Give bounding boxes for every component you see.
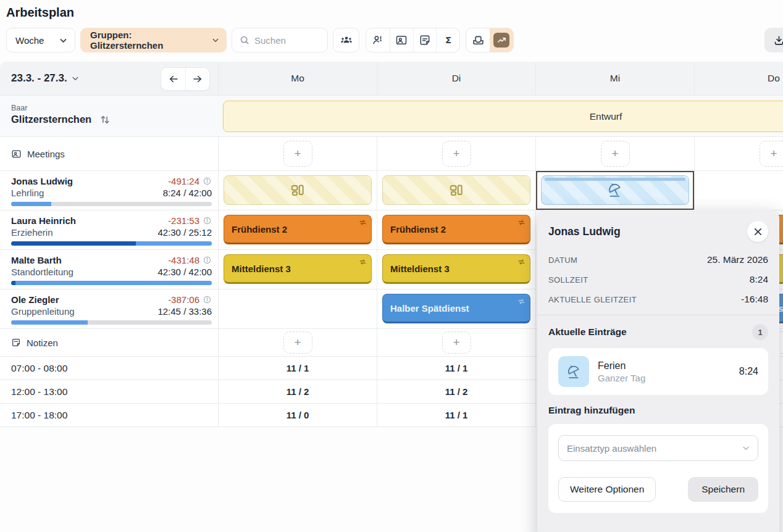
absence-entry[interactable]: [224, 175, 372, 205]
shift-entry[interactable]: Mitteldienst 3: [224, 254, 372, 284]
hours-value: 8:24 / 42:00: [163, 188, 212, 198]
slot-time: 17:00 - 18:00: [0, 404, 218, 426]
chevron-down-icon: [59, 36, 67, 44]
layout-blocks-icon: [290, 182, 306, 198]
person-alert-button[interactable]: [366, 28, 390, 52]
shift-entry[interactable]: Frühdienst 2: [224, 215, 372, 244]
info-icon[interactable]: [203, 295, 212, 304]
group-location: Baar: [11, 104, 218, 112]
person-card-button[interactable]: [390, 28, 413, 52]
current-entry-card[interactable]: Ferien Ganzer Tag 8:24: [548, 348, 768, 395]
hours-value: 42:30 / 42:00: [157, 267, 212, 277]
add-meeting-button-mo[interactable]: +: [283, 141, 312, 167]
beach-umbrella-icon: [606, 181, 624, 199]
meetings-label: Meetings: [27, 149, 65, 159]
add-note-button-di[interactable]: +: [442, 331, 471, 354]
search-input[interactable]: [254, 35, 319, 46]
view-select[interactable]: Woche: [6, 28, 75, 52]
employee-role: Lehrling: [11, 188, 44, 198]
sum-icon: Σ: [442, 34, 454, 46]
print-icon: [472, 34, 485, 47]
day-header-mi: Mi: [535, 62, 694, 95]
slot-value: 11 / 1: [218, 357, 377, 380]
more-options-button[interactable]: Weitere Optionen: [558, 477, 656, 502]
shift-label: Mitteldienst 3: [390, 264, 450, 274]
entry-subtitle: Ganzer Tag: [598, 373, 645, 383]
svg-text:Σ: Σ: [445, 35, 451, 45]
chevron-down-icon[interactable]: [72, 75, 79, 82]
detail-value: 25. März 2026: [707, 254, 768, 265]
close-icon[interactable]: [747, 221, 768, 242]
absence-entry[interactable]: [382, 175, 530, 205]
shift-label: Halber Spätdienst: [390, 303, 469, 314]
current-entries-heading: Aktuelle Einträge: [548, 326, 627, 338]
shift-entry[interactable]: Halber Spätdienst: [382, 294, 530, 323]
trend-up-button[interactable]: [490, 28, 513, 52]
sum-button[interactable]: Σ: [436, 28, 459, 52]
shift-label: Frühdienst 2: [232, 224, 287, 235]
employee-role: Standortleitung: [11, 267, 73, 277]
day-header-do: Do: [694, 62, 783, 95]
add-meeting-button-di[interactable]: +: [442, 141, 471, 167]
page-title: Arbeitsplan: [6, 6, 74, 20]
add-note-button-mo[interactable]: +: [283, 331, 312, 354]
entry-duration: 8:24: [739, 366, 758, 377]
slot-value: 11 / 1: [377, 357, 535, 380]
entry-type-placeholder: Einsatztyp auswählen: [567, 443, 656, 454]
week-nav: [161, 67, 210, 91]
beach-umbrella-icon: [558, 356, 589, 387]
arbeitsplan-app: Arbeitsplan Woche Gruppen: Glitzersternc…: [0, 0, 783, 532]
date-range[interactable]: 23.3. - 27.3.: [11, 72, 67, 85]
employee-name: Laura Heinrich: [11, 215, 76, 226]
balance-value: -491:24: [168, 176, 199, 186]
repeat-icon: [359, 218, 367, 227]
repeat-icon: [359, 258, 367, 266]
employee-name: Jonas Ludwig: [11, 176, 73, 186]
slot-time: 07:00 - 08:00: [0, 357, 218, 380]
info-icon[interactable]: [203, 177, 212, 186]
chevron-down-icon: [212, 36, 219, 44]
team-button[interactable]: [333, 28, 359, 52]
detail-label: DATUM: [548, 256, 577, 265]
next-week-button[interactable]: [185, 68, 209, 90]
slot-value: 11 / 1: [377, 404, 535, 426]
balance-value: -431:48: [168, 255, 199, 265]
hours-progress-bar: [11, 202, 212, 206]
print-button[interactable]: [466, 28, 490, 52]
detail-label: SOLLZEIT: [548, 275, 588, 285]
entry-type-select[interactable]: Einsatztyp auswählen: [558, 435, 758, 461]
repeat-icon: [517, 218, 525, 227]
shift-entry[interactable]: Mitteldienst 3: [382, 254, 530, 284]
draft-banner[interactable]: Entwurf: [223, 101, 783, 132]
group-filter-chip[interactable]: Gruppen: Glitzersternchen: [80, 28, 227, 52]
divider: [537, 315, 779, 315]
day-entry-popup: Jonas Ludwig DATUM 25. März 2026 SOLLZEI…: [537, 210, 779, 532]
view-icon-group: Σ: [366, 28, 460, 52]
detail-value: 8:24: [750, 274, 768, 285]
person-card-icon: [395, 34, 408, 46]
selected-day-cell[interactable]: [535, 171, 694, 210]
employee-name: Malte Barth: [11, 255, 62, 265]
hours-value: 42:30 / 25:12: [157, 227, 212, 238]
shift-label: Mitteldienst 3: [232, 264, 291, 274]
detail-value: -16:48: [741, 294, 768, 305]
popup-title: Jonas Ludwig: [548, 225, 621, 238]
save-button[interactable]: Speichern: [688, 477, 758, 502]
info-icon[interactable]: [203, 256, 212, 265]
add-meeting-button-do[interactable]: +: [760, 141, 783, 167]
sort-icon[interactable]: [100, 114, 110, 125]
group-row: Baar Glitzersternchen Entwurf: [0, 96, 783, 137]
info-icon[interactable]: [203, 216, 212, 225]
slot-value: 11 / 2: [218, 380, 377, 403]
detail-label: AKTUELLE GLEITZEIT: [548, 295, 637, 304]
download-icon: [773, 35, 783, 46]
prev-week-button[interactable]: [161, 68, 185, 90]
employee-row: Jonas Ludwig -491:24 Lehrling 8:24 / 42:…: [0, 171, 783, 210]
shift-entry[interactable]: Frühdienst 2: [382, 215, 530, 244]
meetings-icon: [11, 149, 22, 159]
download-button[interactable]: [764, 28, 783, 52]
vacation-entry[interactable]: [541, 175, 689, 205]
hours-progress-bar: [11, 281, 212, 285]
add-meeting-button-mi[interactable]: +: [601, 141, 630, 167]
note-view-button[interactable]: [413, 28, 437, 52]
